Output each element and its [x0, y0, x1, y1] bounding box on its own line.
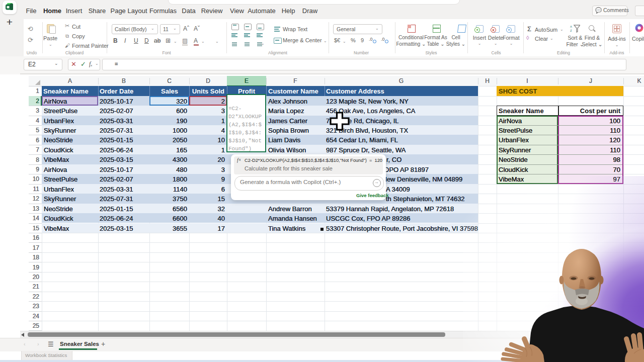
svg-text:Z: Z: [570, 29, 572, 32]
svg-text:A: A: [570, 25, 572, 28]
svg-text:x: x: [239, 158, 241, 161]
